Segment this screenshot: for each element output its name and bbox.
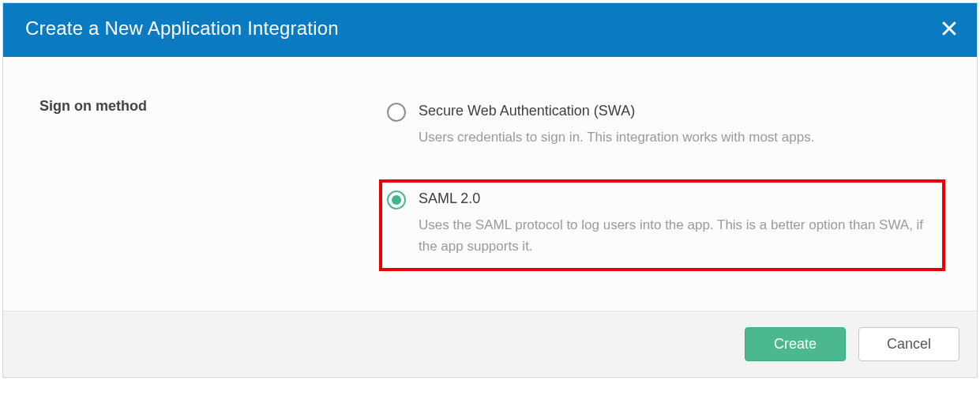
sign-on-options: Secure Web Authentication (SWA) Users cr… [379, 96, 945, 271]
cancel-button[interactable]: Cancel [858, 327, 959, 361]
dialog-footer: Create Cancel [3, 311, 977, 377]
sign-on-method-label: Sign on method [39, 96, 379, 271]
dialog-title: Create a New Application Integration [25, 17, 339, 40]
option-swa-title: Secure Web Authentication (SWA) [419, 103, 937, 119]
option-swa-desc: Users credentials to sign in. This integ… [419, 127, 937, 148]
radio-saml[interactable] [387, 190, 406, 209]
option-swa[interactable]: Secure Web Authentication (SWA) Users cr… [379, 96, 945, 157]
option-saml-desc: Uses the SAML protocol to log users into… [419, 215, 934, 257]
dialog-body: Sign on method Secure Web Authentication… [3, 57, 977, 311]
create-button[interactable]: Create [745, 327, 846, 361]
close-icon[interactable] [941, 20, 958, 37]
option-saml-title: SAML 2.0 [419, 190, 934, 207]
create-app-integration-dialog: Create a New Application Integration Sig… [2, 2, 978, 378]
dialog-header: Create a New Application Integration [3, 3, 977, 57]
option-saml-text: SAML 2.0 Uses the SAML protocol to log u… [419, 190, 934, 257]
option-swa-text: Secure Web Authentication (SWA) Users cr… [419, 103, 937, 148]
option-saml[interactable]: SAML 2.0 Uses the SAML protocol to log u… [379, 179, 945, 271]
radio-swa[interactable] [387, 103, 406, 122]
